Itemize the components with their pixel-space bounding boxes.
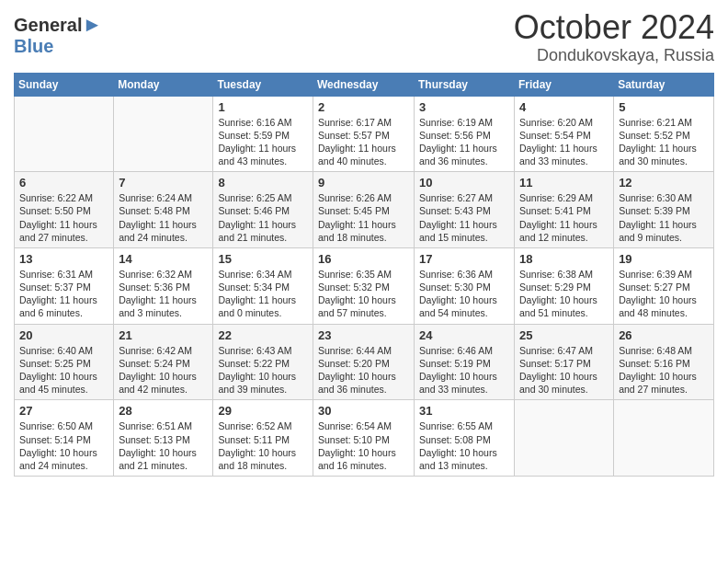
calendar-cell: 4Sunrise: 6:20 AMSunset: 5:54 PMDaylight… [515,96,614,172]
calendar-cell: 25Sunrise: 6:47 AMSunset: 5:17 PMDayligh… [515,324,614,400]
day-number: 10 [419,176,509,190]
day-info: Sunrise: 6:26 AMSunset: 5:45 PMDaylight:… [318,191,409,244]
col-wednesday: Wednesday [313,73,415,96]
calendar-cell: 26Sunrise: 6:48 AMSunset: 5:16 PMDayligh… [614,324,714,400]
logo-blue-text: Blue [14,37,53,55]
calendar-cell: 6Sunrise: 6:22 AMSunset: 5:50 PMDaylight… [15,172,114,248]
day-number: 16 [318,252,409,266]
calendar-cell: 1Sunrise: 6:16 AMSunset: 5:59 PMDaylight… [213,96,313,172]
logo-arrow-icon: ► [82,13,102,37]
calendar-cell [614,400,714,477]
day-number: 3 [419,100,509,114]
header-row: Sunday Monday Tuesday Wednesday Thursday… [15,73,714,96]
calendar-header: Sunday Monday Tuesday Wednesday Thursday… [15,73,714,96]
calendar-cell: 12Sunrise: 6:30 AMSunset: 5:39 PMDayligh… [614,172,714,248]
calendar-cell: 28Sunrise: 6:51 AMSunset: 5:13 PMDayligh… [114,400,213,477]
day-info: Sunrise: 6:34 AMSunset: 5:34 PMDaylight:… [218,268,308,320]
day-number: 26 [619,328,709,342]
day-info: Sunrise: 6:32 AMSunset: 5:36 PMDaylight:… [119,268,208,320]
title-section: October 2024 Dondukovskaya, Russia [514,9,714,65]
day-info: Sunrise: 6:43 AMSunset: 5:22 PMDaylight:… [218,344,308,396]
calendar-cell: 16Sunrise: 6:35 AMSunset: 5:32 PMDayligh… [313,247,415,324]
day-info: Sunrise: 6:51 AMSunset: 5:13 PMDaylight:… [119,419,208,472]
day-number: 8 [218,176,308,190]
day-number: 11 [519,176,609,190]
day-info: Sunrise: 6:30 AMSunset: 5:39 PMDaylight:… [619,191,709,244]
calendar-table: Sunday Monday Tuesday Wednesday Thursday… [14,73,714,477]
day-info: Sunrise: 6:42 AMSunset: 5:24 PMDaylight:… [119,344,208,396]
day-number: 24 [419,328,509,342]
day-number: 17 [419,252,509,266]
calendar-cell: 10Sunrise: 6:27 AMSunset: 5:43 PMDayligh… [415,172,515,248]
calendar-cell: 5Sunrise: 6:21 AMSunset: 5:52 PMDaylight… [614,96,714,172]
day-info: Sunrise: 6:50 AMSunset: 5:14 PMDaylight:… [19,419,108,472]
calendar-cell: 24Sunrise: 6:46 AMSunset: 5:19 PMDayligh… [415,324,515,400]
calendar-cell: 13Sunrise: 6:31 AMSunset: 5:37 PMDayligh… [15,247,114,324]
calendar-cell: 30Sunrise: 6:54 AMSunset: 5:10 PMDayligh… [313,400,415,477]
day-number: 13 [19,252,108,266]
col-friday: Friday [515,73,614,96]
day-info: Sunrise: 6:54 AMSunset: 5:10 PMDaylight:… [318,419,409,472]
calendar-cell: 2Sunrise: 6:17 AMSunset: 5:57 PMDaylight… [313,96,415,172]
calendar-cell: 19Sunrise: 6:39 AMSunset: 5:27 PMDayligh… [614,247,714,324]
calendar-cell: 17Sunrise: 6:36 AMSunset: 5:30 PMDayligh… [415,247,515,324]
day-info: Sunrise: 6:36 AMSunset: 5:30 PMDaylight:… [419,268,509,320]
day-number: 22 [218,328,308,342]
calendar-cell: 29Sunrise: 6:52 AMSunset: 5:11 PMDayligh… [213,400,313,477]
calendar-cell: 22Sunrise: 6:43 AMSunset: 5:22 PMDayligh… [213,324,313,400]
day-info: Sunrise: 6:44 AMSunset: 5:20 PMDaylight:… [318,344,409,396]
calendar-week-5: 27Sunrise: 6:50 AMSunset: 5:14 PMDayligh… [15,400,714,477]
day-info: Sunrise: 6:47 AMSunset: 5:17 PMDaylight:… [519,344,609,396]
day-info: Sunrise: 6:19 AMSunset: 5:56 PMDaylight:… [419,116,509,168]
day-info: Sunrise: 6:46 AMSunset: 5:19 PMDaylight:… [419,344,509,396]
calendar-week-2: 6Sunrise: 6:22 AMSunset: 5:50 PMDaylight… [15,172,714,248]
calendar-cell: 3Sunrise: 6:19 AMSunset: 5:56 PMDaylight… [415,96,515,172]
day-info: Sunrise: 6:21 AMSunset: 5:52 PMDaylight:… [619,116,709,168]
calendar-cell: 14Sunrise: 6:32 AMSunset: 5:36 PMDayligh… [114,247,213,324]
calendar-cell [114,96,213,172]
day-info: Sunrise: 6:52 AMSunset: 5:11 PMDaylight:… [218,419,308,472]
day-number: 20 [19,328,108,342]
day-number: 5 [619,100,709,114]
col-sunday: Sunday [15,73,114,96]
logo: General ► Blue [14,13,102,55]
day-info: Sunrise: 6:31 AMSunset: 5:37 PMDaylight:… [19,268,108,320]
calendar-cell: 7Sunrise: 6:24 AMSunset: 5:48 PMDaylight… [114,172,213,248]
day-number: 30 [318,404,409,418]
day-number: 4 [519,100,609,114]
day-info: Sunrise: 6:25 AMSunset: 5:46 PMDaylight:… [218,191,308,244]
day-number: 7 [119,176,208,190]
day-info: Sunrise: 6:20 AMSunset: 5:54 PMDaylight:… [519,116,609,168]
day-info: Sunrise: 6:16 AMSunset: 5:59 PMDaylight:… [218,116,308,168]
col-monday: Monday [114,73,213,96]
day-number: 15 [218,252,308,266]
day-number: 9 [318,176,409,190]
day-info: Sunrise: 6:48 AMSunset: 5:16 PMDaylight:… [619,344,709,396]
day-number: 25 [519,328,609,342]
calendar-cell: 11Sunrise: 6:29 AMSunset: 5:41 PMDayligh… [515,172,614,248]
header: General ► Blue October 2024 Dondukovskay… [14,9,714,65]
calendar-cell: 31Sunrise: 6:55 AMSunset: 5:08 PMDayligh… [415,400,515,477]
day-info: Sunrise: 6:22 AMSunset: 5:50 PMDaylight:… [19,191,108,244]
day-info: Sunrise: 6:17 AMSunset: 5:57 PMDaylight:… [318,116,409,168]
calendar-cell: 9Sunrise: 6:26 AMSunset: 5:45 PMDaylight… [313,172,415,248]
calendar-cell: 18Sunrise: 6:38 AMSunset: 5:29 PMDayligh… [515,247,614,324]
day-info: Sunrise: 6:29 AMSunset: 5:41 PMDaylight:… [519,191,609,244]
calendar-week-3: 13Sunrise: 6:31 AMSunset: 5:37 PMDayligh… [15,247,714,324]
day-number: 14 [119,252,208,266]
day-number: 21 [119,328,208,342]
col-saturday: Saturday [614,73,714,96]
day-number: 12 [619,176,709,190]
day-number: 18 [519,252,609,266]
col-tuesday: Tuesday [213,73,313,96]
calendar-cell: 8Sunrise: 6:25 AMSunset: 5:46 PMDaylight… [213,172,313,248]
day-number: 23 [318,328,409,342]
day-number: 27 [19,404,108,418]
logo-general-text: General [14,16,82,34]
calendar-cell: 20Sunrise: 6:40 AMSunset: 5:25 PMDayligh… [15,324,114,400]
calendar-cell [15,96,114,172]
calendar-cell: 15Sunrise: 6:34 AMSunset: 5:34 PMDayligh… [213,247,313,324]
day-info: Sunrise: 6:27 AMSunset: 5:43 PMDaylight:… [419,191,509,244]
day-info: Sunrise: 6:40 AMSunset: 5:25 PMDaylight:… [19,344,108,396]
col-thursday: Thursday [415,73,515,96]
